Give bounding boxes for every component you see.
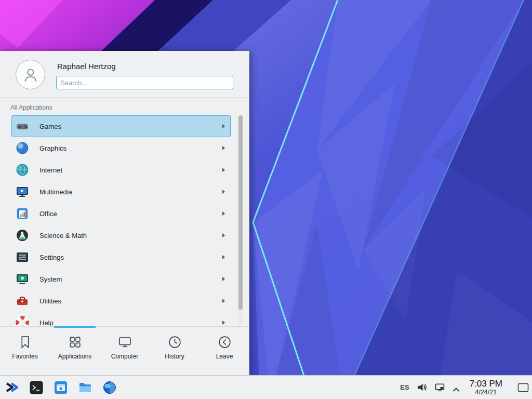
- scrollbar-thumb[interactable]: [238, 115, 243, 310]
- utilities-icon: [16, 294, 29, 308]
- office-icon: [16, 207, 29, 220]
- category-label: Multimedia: [39, 188, 72, 196]
- system-tray: ES 7:03 PM: [400, 376, 532, 399]
- computer-icon: [118, 335, 132, 349]
- category-help[interactable]: Help: [11, 312, 231, 326]
- volume-icon[interactable]: [417, 382, 427, 392]
- category-label: System: [39, 275, 62, 283]
- user-avatar[interactable]: [16, 60, 45, 89]
- tab-favorites[interactable]: Favorites: [0, 327, 50, 375]
- multimedia-icon: [16, 185, 29, 198]
- submenu-arrow-icon: [222, 124, 225, 128]
- desktop: Raphael Hertzog All Applications Games: [0, 0, 532, 399]
- help-icon: [16, 316, 29, 326]
- tab-leave[interactable]: Leave: [200, 327, 249, 375]
- submenu-arrow-icon: [222, 277, 225, 281]
- digital-clock[interactable]: 7:03 PM 4/24/21: [470, 379, 502, 396]
- category-system[interactable]: System: [11, 268, 231, 290]
- category-office[interactable]: Office: [11, 203, 231, 224]
- tab-label: Computer: [111, 353, 139, 360]
- application-launcher-menu: Raphael Hertzog All Applications Games: [0, 51, 249, 375]
- tab-computer[interactable]: Computer: [100, 327, 150, 375]
- submenu-arrow-icon: [222, 299, 225, 303]
- category-science-math[interactable]: Science & Math: [11, 224, 231, 246]
- section-label: All Applications: [10, 104, 52, 111]
- internet-icon: [16, 163, 29, 177]
- submenu-arrow-icon: [222, 321, 225, 325]
- tab-label: Favorites: [12, 353, 37, 360]
- globe-browser-icon: [103, 381, 116, 394]
- launcher-tab-bar: Favorites Applications: [0, 326, 249, 375]
- category-utilities[interactable]: Utilities: [11, 290, 231, 312]
- file-manager-button[interactable]: [78, 380, 92, 395]
- kali-menu-launcher-button[interactable]: [5, 380, 19, 395]
- show-desktop-icon: [517, 383, 529, 392]
- category-label: Graphics: [39, 144, 66, 152]
- user-name: Raphael Hertzog: [57, 62, 116, 71]
- category-graphics[interactable]: Graphics: [11, 137, 231, 159]
- category-label: Office: [39, 210, 57, 218]
- category-settings[interactable]: Settings: [11, 246, 231, 268]
- tab-history[interactable]: History: [150, 327, 200, 375]
- category-multimedia[interactable]: Multimedia: [11, 181, 231, 203]
- tab-label: History: [165, 353, 184, 360]
- terminal-icon: [30, 381, 43, 394]
- scrollbar[interactable]: [238, 115, 243, 325]
- display-network-icon[interactable]: [435, 382, 445, 392]
- category-label: Settings: [39, 254, 64, 261]
- category-list: Games Graphics: [0, 115, 249, 326]
- launcher-header: Raphael Hertzog: [0, 51, 249, 98]
- show-desktop-button[interactable]: [514, 376, 532, 399]
- submenu-arrow-icon: [222, 190, 225, 194]
- tab-label: Leave: [216, 353, 233, 360]
- category-label: Games: [39, 123, 61, 130]
- category-label: Help: [39, 319, 54, 327]
- search-input[interactable]: [56, 76, 233, 89]
- terminal-button[interactable]: [29, 380, 44, 395]
- category-games[interactable]: Games: [11, 115, 231, 137]
- tab-label: Applications: [58, 353, 92, 360]
- tab-applications[interactable]: Applications: [50, 327, 100, 375]
- science-icon: [16, 229, 29, 242]
- system-icon: [16, 272, 29, 286]
- history-clock-icon: [168, 335, 182, 349]
- bookmark-icon: [18, 335, 32, 349]
- applications-grid-icon: [68, 335, 82, 349]
- clock-time: 7:03 PM: [470, 379, 502, 389]
- folder-icon: [78, 381, 92, 394]
- taskbar: ES 7:03 PM: [0, 375, 532, 399]
- web-browser-button[interactable]: [102, 380, 117, 395]
- category-label: Utilities: [39, 297, 61, 305]
- settings-icon: [16, 250, 29, 264]
- graphics-icon: [16, 141, 29, 155]
- leave-icon: [218, 335, 232, 349]
- submenu-arrow-icon: [222, 233, 225, 237]
- submenu-arrow-icon: [222, 168, 225, 172]
- expand-tray-caret-icon[interactable]: [453, 385, 460, 390]
- keyboard-layout-indicator[interactable]: ES: [400, 383, 409, 391]
- games-icon: [16, 119, 29, 133]
- submenu-arrow-icon: [222, 211, 225, 216]
- active-tab-indicator: [54, 326, 96, 328]
- submenu-arrow-icon: [222, 146, 225, 150]
- kali-logo-icon: [5, 380, 19, 394]
- category-label: Internet: [39, 166, 62, 174]
- clock-date: 4/24/21: [475, 389, 497, 396]
- category-label: Science & Math: [39, 232, 87, 240]
- software-center-icon: [54, 381, 68, 394]
- submenu-arrow-icon: [222, 255, 225, 259]
- software-center-button[interactable]: [54, 380, 68, 395]
- category-internet[interactable]: Internet: [11, 159, 231, 181]
- person-icon: [22, 66, 39, 84]
